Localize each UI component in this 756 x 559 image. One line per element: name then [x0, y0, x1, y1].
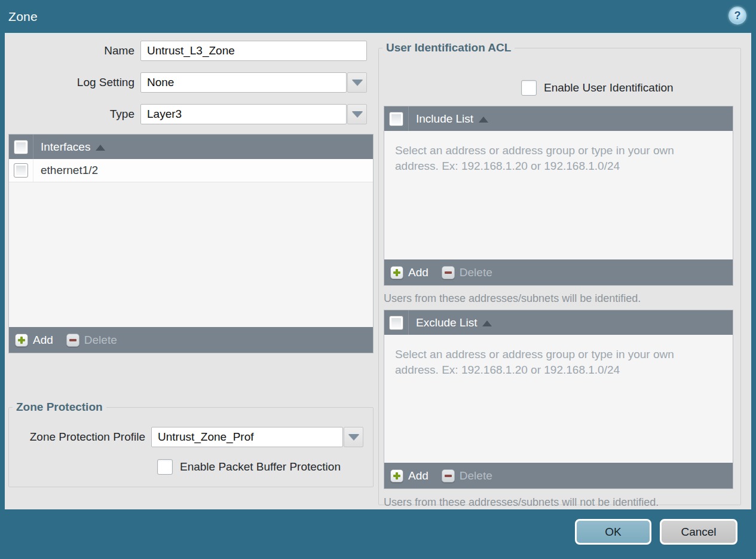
include-select-all-checkbox[interactable] [389, 112, 403, 126]
exclude-select-all-checkbox[interactable] [389, 316, 403, 330]
interfaces-table: Interfaces ethernet1/2 Add Delete [8, 134, 374, 353]
zone-protection-section: Zone Protection Zone Protection Profile … [8, 401, 374, 487]
delete-button-label: Delete [460, 469, 492, 482]
user-identification-acl-section: User Identification ACL Enable User Iden… [378, 41, 741, 505]
exclude-list-panel: Exclude List Select an address or addres… [384, 310, 733, 489]
type-dropdown-button[interactable] [347, 104, 367, 124]
name-field-row: Name [5, 41, 367, 61]
sort-ascending-icon[interactable] [96, 145, 105, 151]
include-select-all-cell[interactable] [384, 106, 409, 131]
include-list-body[interactable]: Select an address or address group or ty… [384, 131, 733, 259]
include-list-column-header[interactable]: Include List [416, 112, 473, 126]
enable-user-identification-row: Enable User Identification [521, 80, 674, 96]
zone-protection-profile-row: Zone Protection Profile Untrust_Zone_Pro… [9, 427, 363, 447]
interfaces-delete-button[interactable]: Delete [66, 334, 117, 347]
dialog-titlebar: Zone ? [0, 0, 756, 33]
sort-ascending-icon[interactable] [482, 320, 492, 326]
zone-protection-profile-label: Zone Protection Profile [9, 430, 151, 444]
log-setting-value[interactable]: None [140, 72, 347, 93]
chevron-down-icon [352, 80, 363, 85]
delete-button-label: Delete [460, 266, 492, 279]
dialog-title: Zone [0, 10, 38, 24]
zone-protection-profile-dropdown-button[interactable] [344, 427, 363, 447]
chevron-down-icon [348, 434, 359, 440]
enable-user-identification-checkbox[interactable] [521, 80, 537, 96]
interfaces-select-all-cell[interactable] [9, 135, 33, 159]
zone-protection-profile-value[interactable]: Untrust_Zone_Prof [151, 427, 343, 447]
exclude-select-all-cell[interactable] [384, 310, 409, 335]
plus-icon [390, 266, 403, 279]
exclude-list-header: Exclude List [384, 310, 733, 335]
interfaces-table-body[interactable]: ethernet1/2 [9, 159, 373, 327]
add-button-label: Add [408, 469, 428, 482]
include-list-header: Include List [384, 106, 733, 131]
help-icon[interactable]: ? [729, 7, 746, 25]
zone-protection-profile-dropdown[interactable]: Untrust_Zone_Prof [151, 427, 363, 447]
cancel-button[interactable]: Cancel [660, 519, 737, 545]
packet-buffer-protection-label: Enable Packet Buffer Protection [180, 460, 341, 474]
log-setting-dropdown[interactable]: None [140, 72, 367, 93]
interfaces-table-header: Interfaces [9, 135, 373, 159]
delete-button-label: Delete [84, 334, 117, 347]
plus-icon [390, 469, 403, 482]
include-list-caption: Users from these addresses/subnets will … [384, 292, 641, 305]
type-dropdown[interactable]: Layer3 [140, 104, 367, 124]
type-value[interactable]: Layer3 [140, 104, 347, 124]
add-button-label: Add [408, 266, 428, 279]
chevron-down-icon [352, 111, 363, 117]
ok-button[interactable]: OK [575, 519, 651, 545]
exclude-list-column-header[interactable]: Exclude List [416, 316, 477, 329]
exclude-list-placeholder: Select an address or address group or ty… [395, 347, 715, 377]
packet-buffer-protection-checkbox[interactable] [157, 459, 173, 475]
include-delete-button[interactable]: Delete [442, 266, 492, 279]
log-setting-label: Log Setting [5, 76, 140, 89]
plus-icon [15, 334, 28, 347]
exclude-delete-button[interactable]: Delete [442, 469, 492, 482]
interfaces-table-footer: Add Delete [9, 327, 373, 353]
exclude-list-footer: Add Delete [384, 463, 733, 488]
add-button-label: Add [33, 334, 53, 347]
log-setting-dropdown-button[interactable] [347, 72, 367, 93]
include-list-placeholder: Select an address or address group or ty… [395, 143, 715, 173]
interface-row-checkbox-cell[interactable] [9, 159, 33, 182]
table-row[interactable]: ethernet1/2 [9, 159, 373, 182]
interfaces-column-header[interactable]: Interfaces [41, 140, 90, 154]
type-label: Type [5, 108, 140, 121]
include-add-button[interactable]: Add [390, 266, 428, 279]
type-field-row: Type Layer3 [5, 104, 367, 124]
exclude-list-body[interactable]: Select an address or address group or ty… [384, 335, 733, 463]
interfaces-add-button[interactable]: Add [15, 334, 53, 347]
include-list-footer: Add Delete [384, 259, 733, 285]
log-setting-field-row: Log Setting None [5, 72, 367, 93]
user-identification-acl-legend: User Identification ACL [382, 41, 515, 54]
name-label: Name [5, 44, 140, 57]
minus-icon [442, 469, 455, 482]
enable-user-identification-label: Enable User Identification [544, 81, 674, 94]
sort-ascending-icon[interactable] [479, 117, 488, 123]
minus-icon [66, 334, 79, 347]
exclude-list-caption: Users from these addresses/subnets will … [384, 496, 659, 509]
name-input[interactable] [140, 41, 367, 61]
include-list-panel: Include List Select an address or addres… [384, 106, 733, 286]
zone-protection-legend: Zone Protection [13, 401, 106, 414]
exclude-add-button[interactable]: Add [390, 469, 428, 482]
interface-row-checkbox[interactable] [14, 163, 28, 178]
packet-buffer-protection-row: Enable Packet Buffer Protection [157, 459, 341, 475]
minus-icon [442, 266, 455, 279]
interface-name[interactable]: ethernet1/2 [33, 164, 98, 177]
interfaces-select-all-checkbox[interactable] [14, 140, 28, 154]
dialog-body: Name Log Setting None Type Layer3 In [5, 33, 751, 509]
